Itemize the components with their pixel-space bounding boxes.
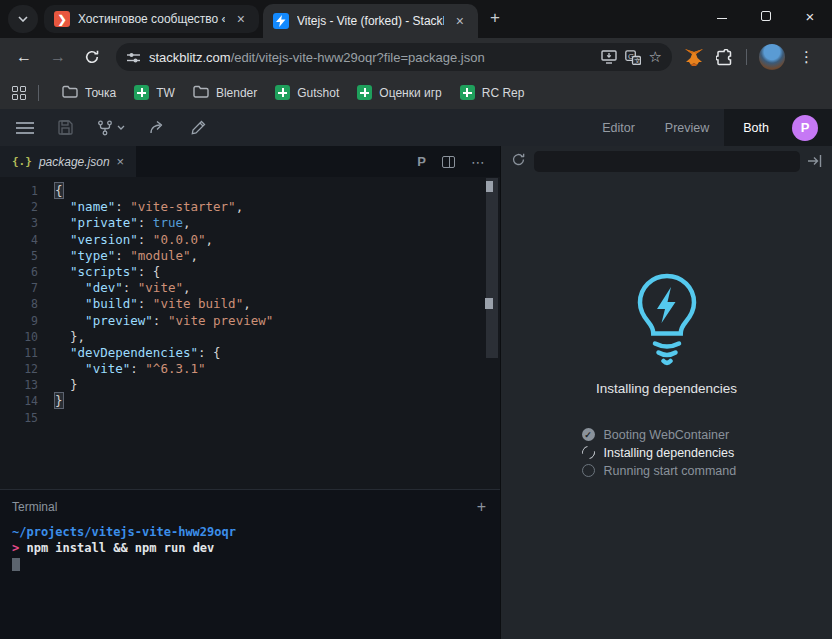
pencil-icon <box>191 120 206 135</box>
toolbar-separator <box>746 49 747 65</box>
url-text[interactable]: stackblitz.com/edit/vitejs-vite-hww29oqr… <box>149 50 593 65</box>
line-number: 8 <box>0 296 38 312</box>
translate-icon[interactable]: G文 <box>625 50 641 65</box>
browser-tab-stackblitz[interactable]: Vitejs - Vite (forked) - StackBlitz × <box>263 4 478 38</box>
maximize-button[interactable] <box>744 0 788 32</box>
code-line[interactable]: 5 "type": "module", <box>0 248 500 264</box>
bookmark-label: Blender <box>216 86 257 100</box>
browser-menu-button[interactable]: ⋮ <box>791 48 822 66</box>
code-line[interactable]: 11 "devDependencies": { <box>0 345 500 361</box>
close-window-button[interactable]: × <box>788 0 832 32</box>
lightbulb-icon <box>634 273 700 367</box>
line-number: 10 <box>0 329 38 345</box>
view-tab-both[interactable]: Both <box>728 109 784 146</box>
code-line[interactable]: 7 "dev": "vite", <box>0 280 500 296</box>
forward-button[interactable]: → <box>42 41 74 73</box>
terminal-cwd: ~/projects/vitejs-vite-hww29oqr <box>12 524 486 540</box>
install-app-icon[interactable] <box>601 50 617 64</box>
spreadsheet-icon <box>134 85 149 100</box>
line-number: 4 <box>0 232 38 248</box>
code-line[interactable]: 6 "scripts": { <box>0 264 500 280</box>
code-text: "devDependencies": { <box>38 345 221 361</box>
code-line[interactable]: 15 <box>0 410 500 426</box>
code-line[interactable]: 3 "private": true, <box>0 215 500 231</box>
reload-icon <box>84 49 100 65</box>
bookmark-star-icon[interactable]: ☆ <box>649 48 662 66</box>
metamask-extension-icon[interactable] <box>680 43 708 71</box>
fork-button[interactable] <box>97 120 125 136</box>
user-avatar[interactable]: P <box>792 115 818 141</box>
code-editor[interactable]: 1{2 "name": "vite-starter",3 "private": … <box>0 177 500 489</box>
code-line[interactable]: 10 }, <box>0 329 500 345</box>
close-icon: × <box>806 8 815 25</box>
browser-profile-avatar[interactable] <box>759 44 785 70</box>
bookmark-item[interactable]: Gutshot <box>266 82 348 103</box>
tab-search-button[interactable] <box>8 5 38 33</box>
maximize-icon <box>761 11 771 21</box>
save-button[interactable] <box>58 120 73 135</box>
bookmark-item[interactable]: Blender <box>184 81 266 105</box>
view-tab-editor[interactable]: Editor <box>587 109 650 146</box>
back-button[interactable]: ← <box>8 41 40 73</box>
file-tab-package-json[interactable]: {.} package.json × <box>0 146 136 177</box>
json-file-icon: {.} <box>12 155 32 168</box>
tab-close-icon[interactable]: × <box>233 11 249 27</box>
add-terminal-button[interactable]: + <box>477 498 486 516</box>
reload-button[interactable] <box>76 41 108 73</box>
bookmark-label: Оценки игр <box>379 86 441 100</box>
edit-button[interactable] <box>191 120 206 135</box>
code-line[interactable]: 1{ <box>0 183 500 199</box>
code-text: "vite": "^6.3.1" <box>38 361 206 377</box>
prettier-button[interactable]: P <box>417 154 426 169</box>
bookmark-item[interactable]: TW <box>125 82 184 103</box>
menu-button[interactable] <box>16 122 34 134</box>
spinner-icon <box>579 443 597 461</box>
line-number: 15 <box>0 410 38 426</box>
new-tab-button[interactable]: + <box>478 8 512 28</box>
code-line[interactable]: 2 "name": "vite-starter", <box>0 199 500 215</box>
preview-header <box>501 146 832 177</box>
bookmark-item[interactable]: Точка <box>53 81 125 105</box>
browser-tab-timeweb[interactable]: ❯ Хостинговое сообщество «Tim × <box>44 5 259 33</box>
chevron-down-icon[interactable] <box>117 125 125 130</box>
bookmark-item[interactable]: Оценки игр <box>348 82 450 103</box>
bookmarks-separator <box>38 85 39 101</box>
workbench: {.} package.json × P ⋯ 1{2 "name": "vite… <box>0 146 832 639</box>
url-host: stackblitz.com <box>149 50 231 65</box>
minimize-button[interactable] <box>700 0 744 32</box>
view-active-section: Both P <box>724 109 832 146</box>
code-line[interactable]: 14} <box>0 393 500 409</box>
code-line[interactable]: 13 } <box>0 377 500 393</box>
code-text: "type": "module", <box>38 248 198 264</box>
terminal-command: npm install && npm run dev <box>26 541 214 555</box>
more-actions-icon[interactable]: ⋯ <box>471 154 486 170</box>
share-button[interactable] <box>149 120 167 135</box>
apps-grid-icon[interactable] <box>12 86 26 100</box>
file-tab-close-icon[interactable]: × <box>117 154 125 169</box>
status-step-done: ✓Booting WebContainer <box>582 428 752 441</box>
chevron-down-icon <box>18 16 28 22</box>
line-number: 9 <box>0 313 38 329</box>
address-bar[interactable]: stackblitz.com/edit/vitejs-vite-hww29oqr… <box>116 43 672 71</box>
extensions-icon[interactable] <box>710 43 738 71</box>
line-number: 3 <box>0 215 38 231</box>
code-line[interactable]: 4 "version": "0.0.0", <box>0 232 500 248</box>
bookmark-item[interactable]: RC Rep <box>451 82 534 103</box>
preview-url-input[interactable] <box>534 151 800 172</box>
preview-reload-button[interactable] <box>511 152 526 171</box>
code-line[interactable]: 9 "preview": "vite preview" <box>0 313 500 329</box>
tab-close-icon[interactable]: × <box>452 13 468 29</box>
code-line[interactable]: 12 "vite": "^6.3.1" <box>0 361 500 377</box>
line-number: 13 <box>0 377 38 393</box>
terminal-output[interactable]: ~/projects/vitejs-vite-hww29oqr > npm in… <box>12 524 486 571</box>
open-in-new-pane-button[interactable] <box>808 153 822 171</box>
tab-title: Vitejs - Vite (forked) - StackBlitz <box>297 14 444 28</box>
editor-scrollbar[interactable] <box>486 178 498 358</box>
split-editor-icon[interactable] <box>442 156 455 168</box>
stackblitz-favicon-icon <box>273 13 289 29</box>
code-line[interactable]: 8 "build": "vite build", <box>0 296 500 312</box>
view-tab-preview[interactable]: Preview <box>650 109 724 146</box>
site-settings-icon[interactable] <box>126 50 141 65</box>
terminal-panel: Terminal + ~/projects/vitejs-vite-hww29o… <box>0 489 500 639</box>
floppy-disk-icon <box>58 120 73 135</box>
